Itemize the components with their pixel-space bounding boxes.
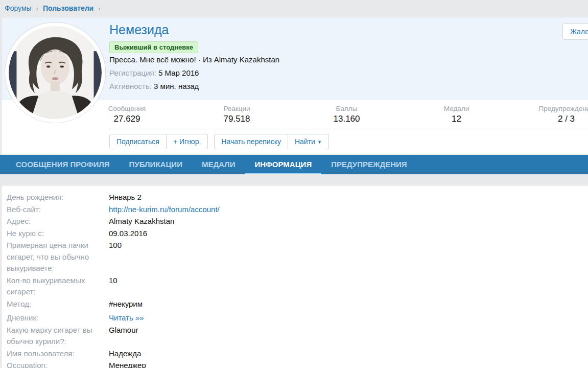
info-value: #некурим [109,298,143,310]
info-row-brand: Какую марку сигарет вы обычно курили?: G… [7,325,588,348]
info-row-birthday: День рождения: Январь 2 [7,192,588,203]
info-label: Примерная цена пачки сигарет, что вы обы… [7,240,109,274]
stat-label: Медали [402,105,511,112]
tab-information[interactable]: ИНФОРМАЦИЯ [245,155,321,174]
find-button-label: Найти [295,137,315,146]
profile-stats: Сообщения 27.629 Реакции 79.518 Баллы 13… [72,100,588,129]
avatar-portrait-image [9,26,102,119]
info-value: 09.03.2016 [109,228,147,240]
info-value: Читать »» [109,312,144,324]
info-label: Какую марку сигарет вы обычно курили?: [7,325,109,348]
info-row-occupation: Occupation: Менеджер [7,360,588,368]
registration-value: 5 Мар 2016 [158,68,199,77]
stat-label: Реакции [182,105,292,112]
info-label: Имя пользователя: [7,348,109,360]
conversation-find-group: Начать переписку Найти▼ [214,134,328,149]
breadcrumb-separator-icon: › [36,5,38,12]
info-row-diary: Дневник: Читать »» [7,312,588,324]
info-row-method: Метод: #некурим [7,298,588,310]
info-row-pack-price: Примерная цена пачки сигарет, что вы обы… [7,240,588,274]
info-value: Январь 2 [109,192,142,203]
stat-reactions[interactable]: Реакции 79.518 [182,100,292,129]
info-label: Occupation: [7,360,109,368]
stat-value: 12 [402,114,511,124]
activity-value: 3 мин. назад [154,82,199,90]
stat-value: 13.160 [292,114,402,124]
breadcrumb-link-users[interactable]: Пользователи [43,4,93,12]
info-row-real-name: Имя пользователя: Надежда [7,348,588,360]
info-value: Менеджер [109,360,146,368]
info-value: 100 [109,240,122,274]
activity-row: Активность: 3 мин. назад [109,82,199,90]
info-label: День рождения: [7,192,109,203]
tab-warnings[interactable]: ПРЕДУПРЕЖДЕНИЯ [321,155,416,174]
stat-points[interactable]: Баллы 13.160 [292,100,402,129]
info-label: Не курю с: [7,228,109,240]
profile-blurb: Пресса. Мне всё можно! · Из Almaty Kazak… [109,55,279,64]
stats-divider [108,129,588,129]
diary-read-link[interactable]: Читать »» [109,313,144,322]
caret-down-icon: ▼ [317,140,322,145]
breadcrumb-separator-icon: › [98,5,100,12]
info-value: Almaty Kazakhstan [109,216,174,227]
follow-button[interactable]: Подписаться [109,134,167,149]
info-value: http://ne-kurim.ru/forum/account/ [109,204,220,216]
registration-label: Регистрация: [109,68,156,77]
stat-value: 27.629 [72,114,182,124]
start-conversation-button[interactable]: Начать переписку [214,134,288,149]
stat-medals[interactable]: Медали 12 [402,100,511,129]
stat-warnings[interactable]: Предупреждения 2 / 3 [511,100,588,129]
info-value: Glamour [109,325,138,348]
info-label: Метод: [7,298,109,310]
stat-label: Баллы [292,105,402,112]
profile-username: Немезида [109,22,169,37]
follow-ignore-group: Подписаться + Игнор. [109,134,208,149]
ignore-button[interactable]: + Игнор. [167,134,208,149]
info-value: Надежда [109,348,141,360]
info-label: Дневник: [7,312,109,324]
info-value: 10 [109,275,117,298]
stat-value: 2 / 3 [511,114,588,124]
website-link[interactable]: http://ne-kurim.ru/forum/account/ [109,205,220,214]
stat-value: 79.518 [182,114,292,124]
profile-actions: Подписаться + Игнор. Начать переписку На… [109,134,329,149]
stat-label: Предупреждения [511,105,588,112]
profile-tab-bar: СООБЩЕНИЯ ПРОФИЛЯ ПУБЛИКАЦИИ МЕДАЛИ ИНФО… [0,155,588,174]
info-row-quit-date: Не курю с: 09.03.2016 [7,228,588,240]
activity-label: Активность: [109,82,152,90]
find-button[interactable]: Найти▼ [288,134,329,149]
info-row-cigarettes-count: Кол-во выкуриваемых сигарет: 10 [7,275,588,298]
info-row-website: Веб-сайт: http://ne-kurim.ru/forum/accou… [7,204,588,216]
tab-profile-posts[interactable]: СООБЩЕНИЯ ПРОФИЛЯ [6,155,120,174]
tab-medals[interactable]: МЕДАЛИ [192,155,245,174]
breadcrumb: Форумы › Пользователи › [0,0,588,16]
info-label: Кол-во выкуриваемых сигарет: [7,275,109,298]
profile-avatar[interactable] [5,22,105,123]
breadcrumb-link-forums[interactable]: Форумы [5,4,32,12]
info-label: Адрес: [7,216,109,227]
info-label: Веб-сайт: [7,204,109,216]
information-panel: День рождения: Январь 2 Веб-сайт: http:/… [1,185,588,368]
info-row-address: Адрес: Almaty Kazakhstan [7,216,588,227]
report-button[interactable]: Жалоба [562,24,588,40]
tab-publications[interactable]: ПУБЛИКАЦИИ [120,155,192,174]
registration-row: Регистрация: 5 Мар 2016 [109,68,199,77]
user-title-badge: Выживший в стодневке [109,41,198,53]
